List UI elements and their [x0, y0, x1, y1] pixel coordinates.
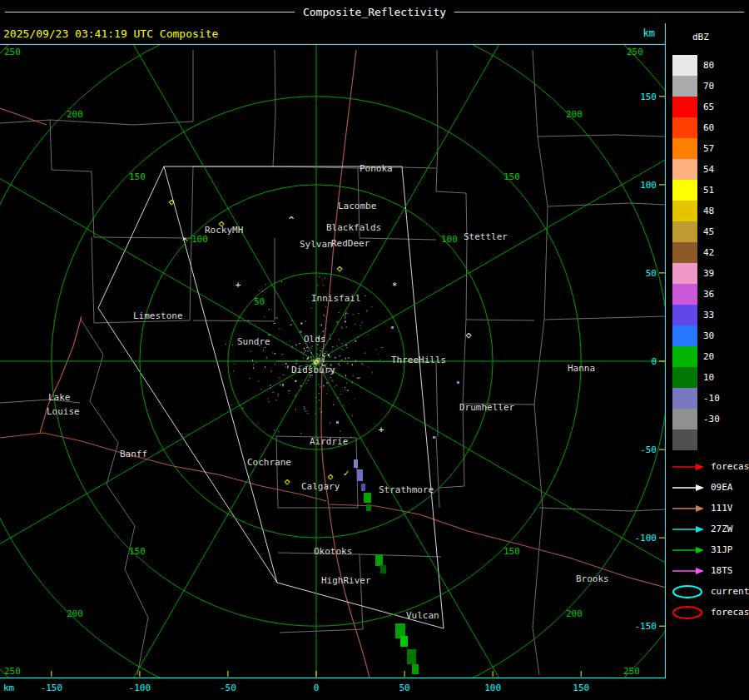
legend-entry: 36 — [672, 284, 720, 305]
radar-map-canvas[interactable]: 5010015020025010015020025015020025015020… — [0, 45, 666, 678]
ring-distance-label: 150 — [129, 171, 146, 182]
legend-entry: 51 — [672, 180, 720, 201]
site-marker: + — [236, 280, 241, 290]
track-arrow-icon — [671, 480, 707, 495]
radial-line — [316, 361, 550, 678]
track-arrow-icon — [671, 543, 707, 558]
precip-echo-cell — [375, 554, 383, 566]
radar-application-window: Composite_Reflectivity 2025/09/23 03:41:… — [0, 0, 749, 700]
x-axis-tick-label: 100 — [484, 683, 501, 693]
overlay-key-entry: 27ZW — [671, 519, 749, 539]
site-marker: ^ — [289, 215, 295, 226]
ring-distance-label: 250 — [627, 47, 643, 57]
overlay-key-entry: 18TS — [671, 560, 749, 581]
track-arrow-icon — [671, 459, 707, 474]
overlay-key-label: 09EA — [711, 482, 733, 493]
legend-value-label: 30 — [703, 330, 714, 341]
precip-echo-cell — [364, 493, 371, 503]
city-label: Vulcan — [406, 610, 439, 621]
ring-distance-label: 250 — [4, 666, 21, 677]
legend-swatch — [672, 76, 697, 97]
legend-value-label: 20 — [703, 351, 714, 362]
legend-swatch — [672, 242, 697, 263]
ring-distance-label: 200 — [566, 109, 583, 120]
legend-entry: 45 — [672, 221, 720, 242]
legend-value-label: 45 — [703, 226, 714, 237]
legend-swatch — [672, 305, 697, 325]
ring-distance-label: 50 — [254, 296, 265, 307]
precip-echo-cell — [380, 565, 386, 573]
site-marker: ◇ — [169, 196, 175, 207]
overlay-key-entry: forecast — [671, 456, 749, 477]
city-label: Lake — [48, 392, 71, 403]
ring-distance-label: 150 — [503, 546, 520, 557]
precip-echo-cell — [400, 636, 408, 647]
overlay-key-label: 27ZW — [711, 524, 733, 534]
legend-swatch — [672, 97, 697, 117]
reflectivity-color-scale: 80706560575451484542393633302010-10-30 — [672, 55, 720, 450]
legend-swatch — [672, 201, 697, 221]
precip-echo-cell — [457, 381, 459, 384]
track-arrow-icon — [671, 563, 707, 578]
legend-entry: 20 — [672, 346, 720, 367]
legend-value-label: 39 — [703, 268, 714, 279]
overlay-key-label: 111V — [711, 503, 733, 514]
legend-entry: 33 — [672, 305, 720, 325]
y-axis-tick-label: 50 — [646, 268, 657, 279]
legend-swatch — [672, 138, 697, 159]
x-axis-tick-label: 0 — [314, 683, 320, 693]
legend-swatch — [672, 429, 697, 450]
y-axis-unit-label: km — [643, 27, 655, 39]
precip-echo-cell — [336, 421, 339, 424]
y-axis-tick-label: 100 — [640, 180, 657, 191]
precip-echo-cell — [361, 484, 365, 491]
legend-swatch — [672, 180, 697, 201]
legend-value-label: 80 — [703, 60, 714, 71]
site-marker: ✓ — [344, 468, 350, 479]
legend-swatch — [672, 409, 697, 429]
site-marker: ◇ — [219, 218, 225, 229]
legend-swatch — [672, 55, 697, 76]
site-marker: ◇ — [466, 330, 472, 340]
precip-echo-cell — [433, 436, 435, 439]
city-label: Ponoka — [360, 163, 393, 174]
legend-swatch — [672, 221, 697, 242]
x-axis-tick-label: 150 — [573, 683, 589, 693]
legend-value-label: 65 — [703, 102, 714, 112]
ring-distance-label: 250 — [4, 47, 21, 57]
legend-value-label: -30 — [703, 414, 720, 424]
radial-line — [0, 361, 316, 595]
city-label: Okotoks — [314, 546, 352, 557]
legend-title: dBZ — [692, 32, 709, 42]
overlay-key-label: forecast — [711, 607, 749, 618]
city-label: RedDeer — [331, 238, 370, 249]
city-label: Cochrane — [247, 457, 291, 468]
y-axis-tick-label: -100 — [635, 533, 657, 544]
site-marker: ^ — [182, 236, 188, 247]
y-axis-tick-label: 150 — [640, 92, 657, 102]
city-label: Calgary — [301, 481, 340, 492]
city-label: Brooks — [576, 573, 609, 584]
city-label: Drumheller — [459, 402, 515, 413]
site-marker: ◇ — [285, 476, 290, 487]
city-label: Sylvan — [300, 239, 333, 250]
precip-echo-cell — [357, 469, 363, 481]
legend-swatch — [672, 263, 697, 284]
overlay-key-list: forecast09EA111V27ZW31JP18TScurrentforec… — [671, 456, 749, 623]
precip-echo-cell — [354, 459, 358, 468]
legend-value-label: 36 — [703, 289, 714, 300]
x-axis-tick-label: -100 — [129, 683, 151, 693]
radar-map[interactable]: 5010015020025010015020025015020025015020… — [0, 45, 666, 678]
overlay-key-entry: current — [671, 581, 749, 602]
city-label: Strathmore — [379, 484, 434, 495]
city-label: Limestone — [133, 310, 183, 321]
city-label: Sundre — [237, 336, 270, 347]
legend-sidebar: dBZ 80706560575451484542393633302010-10-… — [666, 23, 749, 700]
legend-swatch — [672, 388, 697, 409]
track-arrow-icon — [671, 501, 707, 516]
y-axis-tick-label: -150 — [635, 621, 657, 632]
x-axis-tick-label: 50 — [399, 683, 409, 693]
map-header: 2025/09/23 03:41:19 UTC Composite km — [0, 23, 666, 45]
x-axis: km -150-100-50050100150 — [0, 678, 666, 700]
city-label: HighRiver — [321, 575, 371, 586]
